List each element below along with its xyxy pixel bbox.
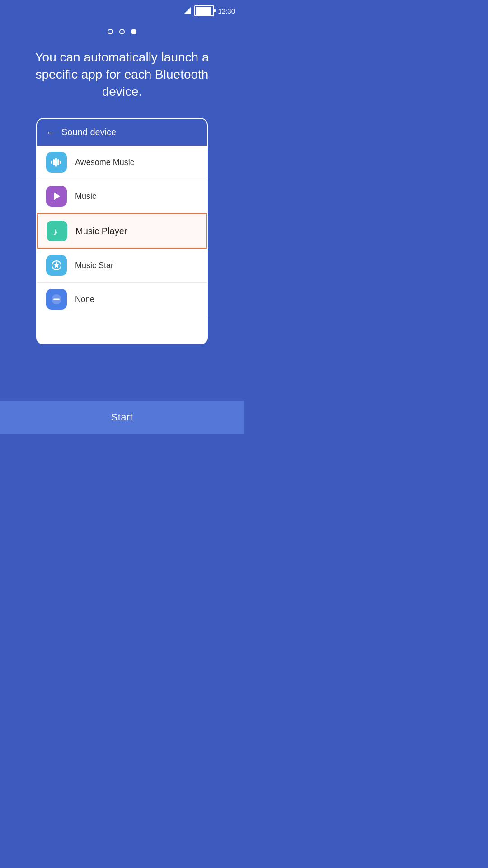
awesome-music-icon <box>46 152 67 173</box>
none-icon <box>46 289 67 310</box>
dot-3 <box>131 29 136 34</box>
awesome-music-label: Awesome Music <box>75 158 134 167</box>
music-star-icon <box>46 255 67 276</box>
start-button[interactable]: Start <box>0 401 244 434</box>
svg-rect-5 <box>60 161 61 164</box>
svg-rect-11 <box>53 299 60 300</box>
app-selection-card: ← Sound device Awesome Music <box>36 118 208 344</box>
svg-rect-3 <box>55 158 57 167</box>
svg-rect-1 <box>51 161 52 164</box>
list-item-none[interactable]: None <box>37 283 207 316</box>
none-label: None <box>75 295 94 304</box>
battery-icon <box>194 5 214 16</box>
signal-icon <box>183 7 191 14</box>
music-star-label: Music Star <box>75 261 113 270</box>
music-player-icon: ♪ <box>47 221 67 241</box>
empty-space <box>37 316 207 344</box>
status-bar: 12:30 <box>0 0 244 20</box>
list-item-music-player[interactable]: ♪ Music Player <box>37 213 207 249</box>
svg-rect-4 <box>57 159 59 165</box>
music-icon <box>46 186 67 207</box>
music-player-label: Music Player <box>75 226 127 236</box>
list-item-music[interactable]: Music <box>37 179 207 213</box>
app-list: Awesome Music Music ♪ Music Player <box>37 146 207 344</box>
svg-text:♪: ♪ <box>53 226 58 237</box>
svg-marker-6 <box>54 192 60 200</box>
start-button-label: Start <box>111 411 133 423</box>
card-header: ← Sound device <box>37 119 207 146</box>
list-item-music-star[interactable]: Music Star <box>37 249 207 283</box>
music-label: Music <box>75 192 96 201</box>
headline-text: You can automatically launch a specific … <box>0 49 244 100</box>
page-dots <box>0 29 244 34</box>
dot-2 <box>119 29 125 34</box>
list-item-awesome-music[interactable]: Awesome Music <box>37 146 207 179</box>
status-time: 12:30 <box>218 7 235 15</box>
svg-marker-0 <box>183 7 191 14</box>
svg-rect-2 <box>53 159 55 165</box>
dot-1 <box>108 29 113 34</box>
card-header-title: Sound device <box>61 127 116 137</box>
back-arrow-icon[interactable]: ← <box>46 128 55 137</box>
